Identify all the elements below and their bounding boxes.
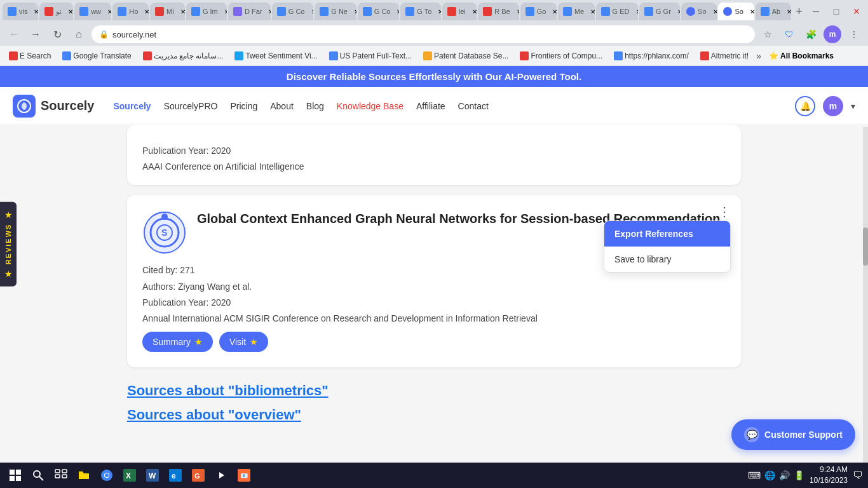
home-button[interactable]: ⌂	[70, 25, 88, 43]
user-avatar[interactable]: m	[823, 96, 843, 116]
tab-close-ww[interactable]: ✕	[105, 6, 111, 17]
bookmark-tweet[interactable]: Tweet Sentiment Vi...	[231, 50, 321, 62]
bookmark-translate[interactable]: Google Translate	[58, 50, 135, 62]
paper2-options-menu[interactable]: ⋮	[718, 205, 731, 218]
tab-vis[interactable]: vis ✕	[3, 3, 38, 20]
reload-button[interactable]: ↻	[48, 25, 66, 43]
tab-close-vis[interactable]: ✕	[31, 6, 38, 17]
sources-bibliometrics-link[interactable]: Sources about "bibliometrics"	[127, 383, 741, 399]
tab-close-so2[interactable]: ✕	[747, 6, 754, 17]
tab-close-mi[interactable]: ✕	[178, 6, 185, 17]
tab-close-rbe[interactable]: ✕	[514, 6, 519, 17]
taskbar-word[interactable]: W	[142, 465, 163, 485]
maximize-button[interactable]: □	[827, 3, 845, 20]
new-tab-button[interactable]: +	[792, 3, 806, 20]
bookmark-patent-db[interactable]: Patent Database Se...	[419, 50, 512, 62]
bookmarks-more[interactable]: »	[756, 51, 761, 61]
scroll-thumb[interactable]	[863, 227, 868, 266]
nav-affiliate[interactable]: Affiliate	[416, 101, 445, 111]
tab-close-gco1[interactable]: ✕	[309, 6, 314, 17]
visit-button[interactable]: Visit ★	[219, 332, 268, 352]
extension-puzzle[interactable]: 🧩	[802, 25, 820, 43]
bookmark-phlanx[interactable]: https://phlanx.com/	[610, 50, 693, 62]
tab-so2-active[interactable]: So ✕	[718, 3, 754, 20]
more-menu-button[interactable]: ⋮	[845, 25, 863, 43]
tab-close-ho[interactable]: ✕	[142, 6, 149, 17]
site-logo[interactable]: Sourcely	[13, 95, 94, 118]
nav-blog[interactable]: Blog	[306, 101, 324, 111]
tab-close-ggr[interactable]: ✕	[675, 6, 680, 17]
user-menu-chevron[interactable]: ▾	[851, 101, 855, 111]
customer-support-button[interactable]: 💬 Customer Support	[731, 419, 855, 450]
summary-button[interactable]: Summary ★	[142, 332, 213, 352]
taskbar-app7[interactable]: 📧	[234, 465, 254, 485]
tab-gco2[interactable]: G Co ✕	[358, 3, 399, 20]
sources-overview-link[interactable]: Sources about "overview"	[127, 407, 741, 423]
tab-ab[interactable]: Ab ✕	[756, 3, 791, 20]
bookmark-patent-fulltext[interactable]: US Patent Full-Text...	[325, 50, 416, 62]
taskbar-media[interactable]	[211, 465, 231, 485]
forward-button[interactable]: →	[27, 25, 44, 43]
taskbar-edge[interactable]: e	[165, 465, 186, 485]
notification-bell[interactable]: 🔔	[795, 96, 815, 116]
tab-gne[interactable]: G Ne ✕	[315, 3, 356, 20]
taskbar-chrome[interactable]	[97, 465, 117, 485]
tab-gco1[interactable]: G Co ✕	[272, 3, 313, 20]
taskbar-app5[interactable]: G	[188, 465, 208, 485]
bookmark-search[interactable]: E Search	[5, 50, 55, 62]
tab-close-nu[interactable]: ✕	[65, 6, 73, 17]
minimize-button[interactable]: ─	[807, 3, 825, 20]
tab-ged[interactable]: G ED ✕	[596, 3, 638, 20]
tab-close-gne[interactable]: ✕	[351, 6, 356, 17]
tab-close-lei[interactable]: ✕	[470, 6, 477, 17]
tab-close-me[interactable]: ✕	[588, 6, 594, 17]
tab-close-go[interactable]: ✕	[550, 6, 557, 17]
close-button[interactable]: ✕	[848, 3, 865, 20]
user-profile[interactable]: m	[824, 25, 841, 43]
bookmark-frontiers[interactable]: Frontiers of Compu...	[516, 50, 606, 62]
tab-mi[interactable]: Mi ✕	[150, 3, 185, 20]
context-save-to-library[interactable]: Save to library	[604, 247, 730, 272]
scrollbar[interactable]	[863, 127, 868, 463]
bookmark-management[interactable]: سامانه جامع مدیریت...	[139, 50, 227, 62]
tab-close-ged[interactable]: ✕	[634, 6, 639, 17]
tab-close-ab[interactable]: ✕	[784, 6, 791, 17]
tab-close-gim[interactable]: ✕	[222, 6, 227, 17]
tab-ggr[interactable]: G Gr ✕	[639, 3, 680, 20]
bookmark-star[interactable]: ☆	[759, 25, 776, 43]
tab-close-gco2[interactable]: ✕	[394, 6, 399, 17]
extension-shield[interactable]: 🛡	[780, 25, 798, 43]
nav-contact[interactable]: Contact	[458, 101, 489, 111]
tab-me[interactable]: Me ✕	[558, 3, 595, 20]
tab-rbe[interactable]: R Be ✕	[478, 3, 519, 20]
tab-lei[interactable]: lei ✕	[442, 3, 477, 20]
taskbar-search[interactable]	[28, 465, 48, 485]
taskbar-task-view[interactable]	[51, 465, 71, 485]
nav-knowledge-base[interactable]: Knowledge Base	[337, 101, 403, 111]
tab-gto[interactable]: G To ✕	[400, 3, 440, 20]
nav-sourcely[interactable]: Sourcely	[113, 101, 151, 111]
taskbar-notification[interactable]: 🗨	[853, 470, 863, 481]
nav-sourcelyPRO[interactable]: SourcelyPRO	[164, 101, 218, 111]
reviews-panel[interactable]: ★ REVIEWS ★	[0, 202, 17, 287]
back-button[interactable]: ←	[5, 25, 23, 43]
bookmarks-folder-all[interactable]: ⭐ All Bookmarks	[765, 50, 837, 62]
tab-gim[interactable]: G Im ✕	[186, 3, 227, 20]
tab-close-so1[interactable]: ✕	[710, 6, 717, 17]
tab-go[interactable]: Go ✕	[520, 3, 557, 20]
nav-about[interactable]: About	[270, 101, 294, 111]
reviews-sidebar[interactable]: ★ REVIEWS ★	[0, 202, 17, 287]
tab-so1[interactable]: So ✕	[681, 3, 717, 20]
tab-ho[interactable]: Ho ✕	[112, 3, 149, 20]
tab-ww[interactable]: ww ✕	[74, 3, 111, 20]
tab-close-gto[interactable]: ✕	[435, 6, 440, 17]
nav-pricing[interactable]: Pricing	[230, 101, 257, 111]
tab-nu[interactable]: نو ✕	[39, 3, 73, 20]
taskbar-excel[interactable]: X	[119, 465, 140, 485]
context-export-references[interactable]: Export References	[604, 221, 730, 247]
tab-dfar[interactable]: D Far ✕	[228, 3, 271, 20]
tab-close-dfar[interactable]: ✕	[266, 6, 270, 17]
start-button[interactable]	[5, 465, 25, 485]
taskbar-file-explorer[interactable]	[74, 465, 94, 485]
url-input[interactable]: 🔒 sourcely.net	[92, 25, 755, 43]
